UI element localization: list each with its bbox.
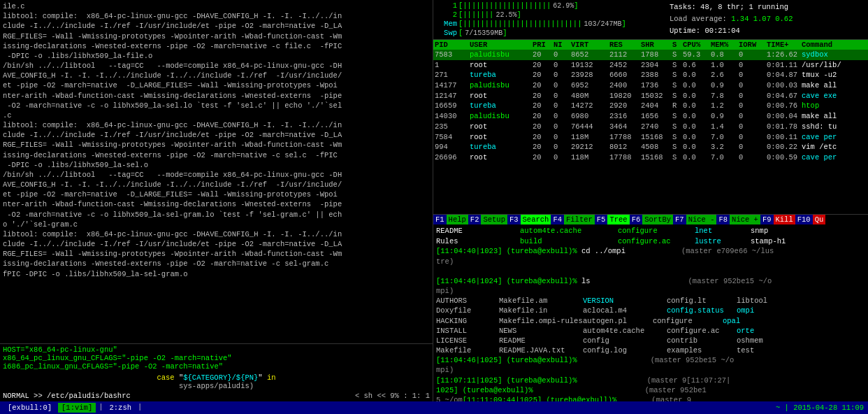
tab-zsh[interactable]: 2:zsh: [106, 403, 136, 413]
cell-pid: 14177: [435, 80, 470, 91]
fbar-f2[interactable]: F2 Setup: [468, 215, 507, 224]
cell-ni: 0: [554, 132, 571, 143]
cell-res: 2112: [609, 50, 641, 60]
table-row[interactable]: 26696 root 20 0 118M 17788 15168 S 0.0 7…: [433, 152, 868, 163]
fbar-f8-num: F8: [716, 215, 730, 224]
tab-vim[interactable]: [1:vim]: [58, 403, 96, 413]
cflags-line1: x86_64_pc_linux_gnu_CFLAGS="-pipe -O2 -m…: [3, 354, 430, 362]
cpu2-fill: |||||||: [463, 10, 493, 19]
cell-user: tureba: [470, 142, 533, 152]
fbar-f7-label[interactable]: Nice -: [686, 215, 717, 224]
ls-output: AUTHORSMakefile.amVERSIONconfig.ltlibtoo…: [436, 296, 865, 306]
cell-cmd: sydbox: [802, 50, 867, 60]
fbar-f6[interactable]: F6 SortBy: [630, 215, 673, 224]
table-row[interactable]: 14177 paludisbu 20 0 6952 2400 1736 S 0.…: [433, 80, 868, 91]
tasks-stat: Tasks: 48, 8 thr; 1 running: [670, 1, 865, 13]
ls-output-5: LICENSEREADMEconfigcontriboshmem: [436, 336, 865, 345]
fbar-f1[interactable]: F1 Help: [433, 215, 468, 224]
table-row[interactable]: 14030 paludisbu 20 0 6980 2316 1656 S 0.…: [433, 111, 868, 122]
cell-res: 19820: [609, 91, 641, 101]
cell-shr: 4508: [641, 142, 672, 152]
cell-iorw: 0: [739, 50, 767, 60]
fbar-f6-label[interactable]: SortBy: [642, 215, 673, 224]
compile-line: clude -I../../include -I./ref -I/usr/inc…: [3, 239, 430, 249]
vim-status-right: < sh << 9% : 1: 1: [355, 392, 430, 400]
table-row[interactable]: 12147 root 20 0 480M 19820 15032 S 0.0 7…: [433, 91, 868, 101]
term-line: [11:07:11|1025] (tureba@exbull)%(master …: [436, 376, 865, 385]
cell-ni: 0: [554, 80, 571, 91]
tab-separator: |: [99, 403, 103, 413]
fbar-f7[interactable]: F7 Nice -: [673, 215, 716, 224]
cell-cpu: 0.0: [683, 132, 711, 143]
file-listing-2: Rules build configure.ac lustre stamp-h1: [436, 236, 865, 247]
cell-iorw: 0: [739, 122, 767, 132]
cell-iorw: 0: [739, 101, 767, 111]
case-paludis: sys-apps/paludis): [3, 382, 430, 390]
table-row[interactable]: 235 root 20 0 76444 3464 2740 S 0.0 1.4 …: [433, 122, 868, 132]
compile-line: AVE_CONFIG_H -I. -I. -I../../include -I.…: [3, 71, 430, 80]
fbar-f4-label[interactable]: Filter: [564, 215, 595, 224]
cell-cpu: 0.0: [683, 152, 711, 163]
table-row[interactable]: 271 tureba 20 0 23928 6660 2388 S 0.0 2.…: [433, 70, 868, 80]
cell-res: 8012: [609, 142, 641, 152]
fbar-f1-label[interactable]: Help: [447, 215, 468, 224]
fbar-f9[interactable]: F9 Kill: [760, 215, 795, 224]
cell-pri: 20: [533, 111, 554, 122]
tab-exbull0[interactable]: [exbull:0]: [4, 403, 55, 413]
cell-mem: 7.8: [711, 91, 739, 101]
cell-shr: 2304: [641, 60, 672, 71]
table-row[interactable]: 7583 paludisbu 20 0 8652 2112 1788 S 59.…: [433, 50, 868, 60]
cell-pri: 20: [533, 70, 554, 80]
compile-line: issing-declarations -Wnested-externs -pi…: [3, 259, 430, 269]
fbar-f10-num: F10: [795, 215, 813, 224]
fbar-f8-label[interactable]: Nice +: [730, 215, 760, 224]
fbar-f9-label[interactable]: Kill: [774, 215, 795, 224]
cell-user: root: [470, 132, 533, 143]
term-line: mpi): [436, 365, 865, 375]
fbar-f5[interactable]: F5 Tree: [595, 215, 630, 224]
table-row[interactable]: 7584 root 20 0 118M 17788 15168 S 0.0 7.…: [433, 132, 868, 143]
header-time: TIME+: [767, 41, 802, 49]
cell-time: 1:26.62: [767, 50, 802, 60]
htop-function-bar[interactable]: F1 Help F2 Setup F3 Search F4 Filter F5 …: [433, 214, 868, 224]
cell-mem: 2.6: [711, 70, 739, 80]
cell-time: 0:00.59: [767, 152, 802, 163]
header-pid: PID: [435, 41, 470, 49]
cell-mem: 0.9: [711, 80, 739, 91]
cell-pid: 1: [435, 60, 470, 71]
fbar-f10[interactable]: F10 Qu: [795, 215, 826, 224]
fbar-f3-label[interactable]: Search: [521, 215, 551, 224]
fbar-f8[interactable]: F8 Nice +: [716, 215, 760, 224]
cell-user: paludisbu: [470, 80, 533, 91]
cell-pid: 7584: [435, 132, 470, 143]
fbar-f4[interactable]: F4 Filter: [551, 215, 594, 224]
header-res: RES: [609, 41, 641, 49]
cell-virt: 118M: [571, 152, 609, 163]
cell-res: 2316: [609, 111, 641, 122]
cell-shr: 2404: [641, 101, 672, 111]
cell-iorw: 0: [739, 60, 767, 71]
cell-virt: 76444: [571, 122, 609, 132]
cell-s: S: [672, 152, 683, 163]
table-row[interactable]: 994 tureba 20 0 29212 8012 4508 S 0.0 3.…: [433, 142, 868, 152]
fbar-f3[interactable]: F3 Search: [507, 215, 551, 224]
term-line: mpi): [436, 286, 865, 296]
fbar-f6-num: F6: [630, 215, 643, 224]
header-cpu: CPU%: [683, 41, 711, 49]
fbar-f10-label[interactable]: Qu: [813, 215, 826, 224]
table-row[interactable]: 16659 tureba 20 0 14272 2920 2404 R 0.0 …: [433, 101, 868, 111]
cell-cmd: htop: [802, 101, 867, 111]
cell-time: 0:00.22: [767, 142, 802, 152]
cell-iorw: 0: [739, 111, 767, 122]
cell-ni: 0: [554, 50, 571, 60]
status-tabs[interactable]: [exbull:0] [1:vim] | 2:zsh |: [4, 403, 142, 413]
htop-stats: Tasks: 48, 8 thr; 1 running Load average…: [670, 1, 865, 38]
cell-res: 2452: [609, 60, 641, 71]
fbar-f5-label[interactable]: Tree: [607, 215, 629, 224]
compile-line: -DPIC -o .libs/libhx509_la-file.o: [3, 51, 430, 61]
cell-time: 0:00.11: [767, 132, 802, 143]
term-line: 1025] (tureba@exbull)%(master 952be1: [436, 385, 865, 395]
table-row[interactable]: 1 root 20 0 19132 2452 2304 S 0.6 1.0 0 …: [433, 60, 868, 71]
cell-ni: 0: [554, 91, 571, 101]
fbar-f2-label[interactable]: Setup: [481, 215, 507, 224]
